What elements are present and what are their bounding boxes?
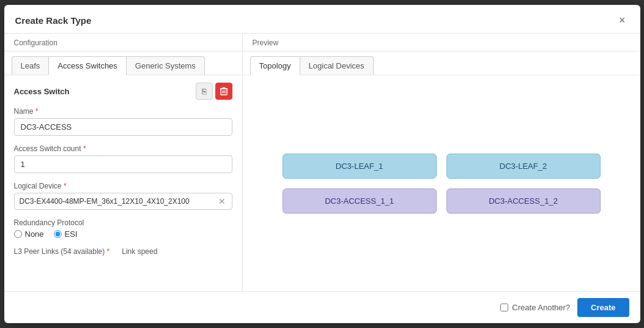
tab-access-switches[interactable]: Access Switches — [48, 56, 127, 75]
copy-button[interactable]: ⎘ — [196, 83, 213, 100]
count-input[interactable] — [14, 155, 232, 173]
logical-device-clear-button[interactable]: ✕ — [217, 196, 227, 206]
preview-tabs: Topology Logical Devices — [243, 51, 640, 75]
topology-node-leaf1: DC3-LEAF_1 — [283, 154, 437, 179]
preview-panel: Preview Topology Logical Devices DC3-LEA… — [243, 34, 640, 291]
redundancy-none-radio[interactable] — [14, 230, 22, 238]
modal-title: Create Rack Type — [15, 15, 92, 26]
create-another-label[interactable]: Create Another? — [500, 303, 570, 312]
logical-device-field[interactable]: DC3-EX4400-48MP-EM_36x1_12X10_4X10_2X100… — [14, 193, 232, 210]
section-header: Access Switch ⎘ — [14, 83, 232, 100]
l3-peer-row: L3 Peer Links (54 available) * Link spee… — [14, 247, 232, 256]
modal-body: Configuration Leafs Access Switches Gene… — [4, 34, 640, 291]
preview-panel-header: Preview — [243, 34, 640, 51]
create-another-checkbox[interactable] — [500, 304, 508, 311]
tab-generic-systems[interactable]: Generic Systems — [126, 56, 205, 75]
redundancy-esi-option[interactable]: ESI — [54, 229, 78, 239]
logical-device-label: Logical Device * — [14, 182, 232, 190]
tab-topology[interactable]: Topology — [250, 56, 300, 75]
action-buttons: ⎘ — [196, 83, 232, 100]
config-content: Access Switch ⎘ — [4, 75, 242, 291]
link-speed-label: Link speed — [122, 247, 157, 256]
modal-header: Create Rack Type × — [4, 5, 640, 34]
topology-node-access2: DC3-ACCESS_1_2 — [446, 188, 601, 214]
tab-logical-devices[interactable]: Logical Devices — [300, 56, 374, 75]
trash-icon — [220, 87, 228, 95]
redundancy-none-option[interactable]: None — [14, 229, 44, 239]
modal-footer: Create Another? Create — [4, 291, 640, 323]
close-button[interactable]: × — [615, 13, 629, 27]
preview-content: DC3-LEAF_1 DC3-LEAF_2 DC3-ACCESS_1_1 DC3… — [243, 75, 640, 291]
config-panel-header: Configuration — [4, 34, 242, 51]
name-input[interactable] — [14, 118, 232, 136]
redundancy-group: Redundancy Protocol None ESI — [14, 218, 232, 239]
config-panel: Configuration Leafs Access Switches Gene… — [4, 34, 243, 291]
name-label: Name * — [14, 107, 232, 116]
count-group: Access Switch count * — [14, 144, 232, 173]
create-button[interactable]: Create — [577, 298, 629, 317]
redundancy-radio-group: None ESI — [14, 229, 232, 239]
topology-node-leaf2: DC3-LEAF_2 — [446, 154, 601, 179]
config-tabs: Leafs Access Switches Generic Systems — [4, 51, 242, 75]
section-title: Access Switch — [14, 87, 70, 96]
count-label: Access Switch count * — [14, 144, 232, 153]
tab-leafs[interactable]: Leafs — [12, 56, 50, 75]
topology-node-access1: DC3-ACCESS_1_1 — [283, 188, 437, 214]
redundancy-esi-radio[interactable] — [54, 230, 62, 238]
redundancy-label: Redundancy Protocol — [14, 218, 232, 227]
modal-dialog: Create Rack Type × Configuration Leafs A… — [4, 5, 640, 323]
modal-overlay: Create Rack Type × Configuration Leafs A… — [0, 0, 644, 328]
delete-button[interactable] — [215, 83, 232, 100]
l3-peer-label: L3 Peer Links (54 available) * — [14, 247, 110, 256]
topology-diagram: DC3-LEAF_1 DC3-LEAF_2 DC3-ACCESS_1_1 DC3… — [283, 154, 601, 214]
name-group: Name * — [14, 107, 232, 136]
logical-device-group: Logical Device * DC3-EX4400-48MP-EM_36x1… — [14, 182, 232, 210]
